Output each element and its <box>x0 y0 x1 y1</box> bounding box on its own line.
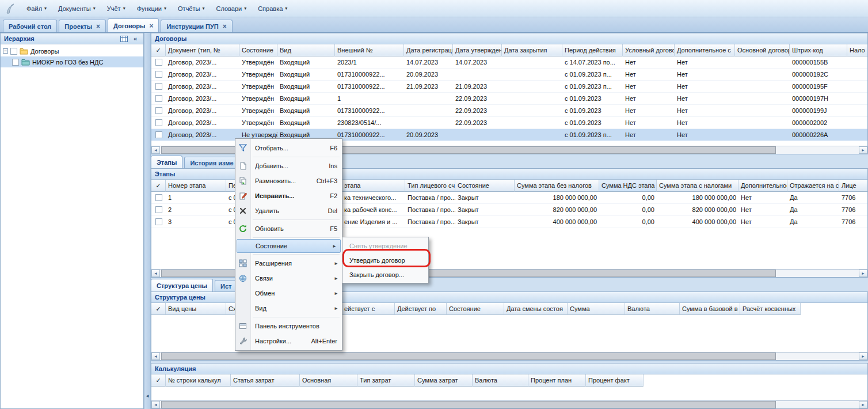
column-header[interactable]: Сумма НДС этапа <box>599 180 657 192</box>
scroll-left-icon[interactable]: ◄ <box>151 270 160 277</box>
row-checkbox[interactable] <box>155 218 162 225</box>
column-header[interactable]: Состояние <box>239 44 277 56</box>
column-header[interactable]: Вид цены <box>166 303 226 315</box>
table-row[interactable]: Договор, 2023/...УтверждёнВходящий230823… <box>151 117 867 129</box>
column-header[interactable]: Основной договор <box>735 44 790 56</box>
column-header[interactable]: Тип затрат <box>357 374 415 387</box>
menu-item-delete[interactable]: УдалитьDel <box>235 203 342 218</box>
column-header[interactable]: ✓ <box>151 303 166 315</box>
menu-item-close-contract[interactable]: Закрыть договор... <box>342 267 428 282</box>
row-checkbox[interactable] <box>155 95 162 102</box>
menu-item-duplicate[interactable]: Размножить...Ctrl+F3 <box>235 173 342 188</box>
scroll-right-icon[interactable]: ► <box>859 401 867 408</box>
tab-pup-instructions[interactable]: Инструкции ПУП× <box>161 20 232 32</box>
tab-close-icon[interactable]: × <box>96 24 100 29</box>
table-row[interactable]: Договор, 2023/...УтверждёнВходящий017310… <box>151 81 867 93</box>
column-header[interactable]: Штрих-код <box>790 44 847 56</box>
column-header[interactable]: Валюта <box>625 303 680 315</box>
scroll-thumb[interactable] <box>161 353 776 360</box>
column-header[interactable]: Период действия <box>562 44 623 56</box>
column-header[interactable]: Внешний № <box>335 44 404 56</box>
row-checkbox[interactable] <box>155 206 162 213</box>
column-header[interactable]: Дата смены состоя <box>504 303 568 315</box>
scroll-right-icon[interactable]: ► <box>859 146 867 154</box>
column-header[interactable]: Процент факт <box>586 374 644 387</box>
column-header[interactable]: Дата утверждения <box>453 44 502 56</box>
column-header[interactable]: Условный договор <box>623 44 675 56</box>
column-header[interactable]: Основная <box>300 374 357 387</box>
column-header[interactable]: Тип лицевого счёт <box>405 180 455 192</box>
tab-price-structure[interactable]: Структура цены <box>151 279 213 291</box>
menu-item-select[interactable]: Отобрать...F6 <box>235 141 342 156</box>
column-header[interactable]: Сумма этапа с налогами <box>657 180 738 192</box>
tab-stages-history[interactable]: История изме <box>184 157 239 168</box>
column-header[interactable]: Отражается на су <box>787 180 839 192</box>
column-header[interactable]: Дата регистрации <box>404 44 453 56</box>
column-header[interactable]: Состояние <box>447 303 504 315</box>
splitter-collapse-arrow[interactable]: ◄ <box>145 393 150 399</box>
panel-splitter[interactable]: ◄ <box>144 33 151 409</box>
row-checkbox[interactable] <box>155 131 162 138</box>
tree-node[interactable]: НИОКР по ГОЗ без НДС <box>1 56 143 67</box>
row-checkbox[interactable] <box>155 119 162 126</box>
tab-projects[interactable]: Проекты× <box>59 20 106 32</box>
column-header[interactable]: № строки калькул <box>166 374 231 387</box>
menu-item-links[interactable]: Связи► <box>235 271 342 286</box>
table-row[interactable]: Договор, 2023/...УтверждёнВходящий122.09… <box>151 93 867 105</box>
scroll-left-icon[interactable]: ◄ <box>151 353 160 360</box>
menubar-item-reports[interactable]: Отчёты▾ <box>172 0 210 17</box>
tree-expander-icon[interactable]: − <box>3 48 8 54</box>
scroll-right-icon[interactable]: ► <box>859 353 867 360</box>
column-header[interactable]: ✓ <box>151 374 166 387</box>
menubar-item-functions[interactable]: Функции▾ <box>131 0 172 17</box>
column-header[interactable]: Валюта <box>473 374 528 387</box>
tab-desktop[interactable]: Рабочий стол <box>3 20 57 32</box>
column-header[interactable]: ✓ <box>151 180 166 192</box>
menu-item-add[interactable]: Добавить...Ins <box>235 158 342 173</box>
column-header[interactable]: Состояние <box>455 180 515 192</box>
scroll-thumb[interactable] <box>161 401 776 408</box>
menu-item-refresh[interactable]: ОбновитьF5 <box>235 221 342 236</box>
row-checkbox[interactable] <box>155 107 162 114</box>
menubar-item-dictionaries[interactable]: Словари▾ <box>210 0 252 17</box>
tree-checkbox[interactable] <box>12 59 19 66</box>
scroll-right-icon[interactable]: ► <box>859 270 867 277</box>
hierarchy-collapse-button[interactable]: « <box>131 35 140 43</box>
tree-node[interactable]: −Договоры <box>1 46 143 56</box>
menu-item-toolbar-panel[interactable]: Панель инструментов <box>235 319 342 334</box>
tab-price-history[interactable]: Ист <box>215 280 237 291</box>
table-row[interactable]: Договор, 2023/...УтверждёнВходящий017310… <box>151 69 867 81</box>
column-header[interactable]: Номер этапа <box>166 180 226 192</box>
menubar-item-accounting[interactable]: Учёт▾ <box>101 0 131 17</box>
column-header[interactable]: Процент план <box>528 374 586 387</box>
column-header[interactable]: Вид <box>277 44 335 56</box>
column-header[interactable]: Нало <box>847 44 867 56</box>
menu-item-exchange[interactable]: Обмен► <box>235 286 342 301</box>
column-header[interactable]: ✓ <box>151 44 166 56</box>
menu-item-extensions[interactable]: Расширения► <box>235 256 342 271</box>
tab-close-icon[interactable]: × <box>149 23 153 29</box>
tab-contracts[interactable]: Договоры× <box>108 18 159 32</box>
row-checkbox[interactable] <box>155 59 162 66</box>
column-header[interactable]: Сумма <box>568 303 625 315</box>
menu-item-edit[interactable]: Исправить...F2 <box>235 188 342 203</box>
menu-item-settings[interactable]: Настройки...Alt+Enter <box>235 334 342 349</box>
scroll-left-icon[interactable]: ◄ <box>151 146 160 154</box>
menubar-item-documents[interactable]: Документы▾ <box>52 0 101 17</box>
column-header[interactable]: Действует по <box>395 303 447 315</box>
table-row[interactable]: Договор, 2023/...УтверждёнВходящий2023/1… <box>151 56 867 69</box>
column-header[interactable]: ействует с <box>342 303 395 315</box>
tab-close-icon[interactable]: × <box>223 24 227 29</box>
menubar-item-file[interactable]: Файл▾ <box>21 0 52 17</box>
scroll-left-icon[interactable]: ◄ <box>151 401 160 408</box>
column-header[interactable]: Дата закрытия <box>502 44 562 56</box>
column-header[interactable]: Сумма в базовой в <box>680 303 740 315</box>
menubar-item-help[interactable]: Справка▾ <box>252 0 293 17</box>
row-checkbox[interactable] <box>155 83 162 90</box>
menu-item-approve-contract[interactable]: Утвердить договор <box>342 253 428 267</box>
column-header[interactable]: Документ (тип, № <box>166 44 239 56</box>
column-header[interactable]: Статья затрат <box>231 374 300 387</box>
row-checkbox[interactable] <box>155 71 162 78</box>
column-header[interactable]: Дополнительное с <box>738 180 787 192</box>
calc-hscrollbar[interactable]: ◄ ► <box>151 400 867 408</box>
